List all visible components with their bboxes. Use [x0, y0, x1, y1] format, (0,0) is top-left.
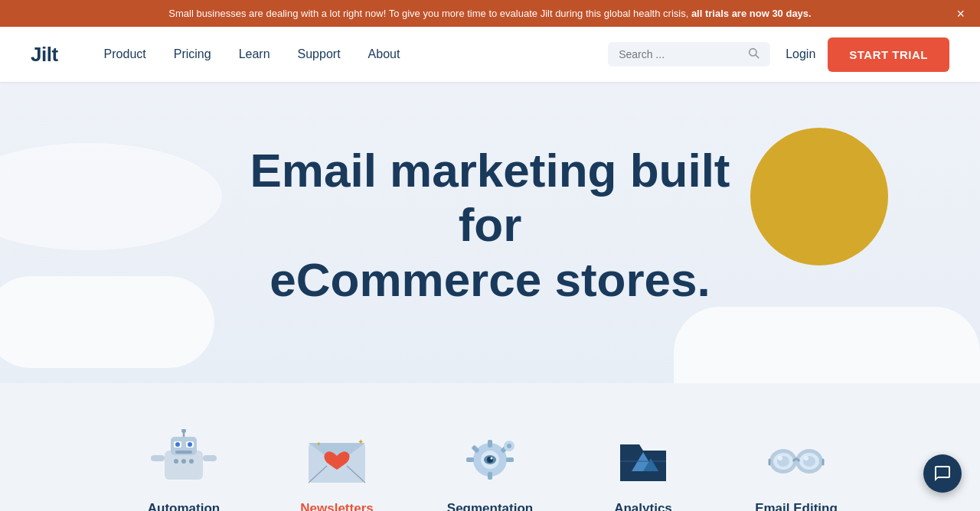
automation-label: Automation: [148, 501, 220, 511]
search-icon: [747, 47, 760, 62]
svg-point-47: [804, 456, 808, 461]
svg-text:✦: ✦: [316, 441, 322, 448]
automation-icon: [145, 429, 222, 490]
nav-pricing[interactable]: Pricing: [174, 47, 211, 61]
newsletters-icon: ✦ ✦: [299, 429, 375, 490]
segmentation-icon: [452, 429, 528, 490]
svg-text:✦: ✦: [358, 438, 364, 446]
feature-newsletters: ✦ ✦ Newsletters learn more: [283, 429, 390, 511]
nav-about[interactable]: About: [368, 47, 400, 61]
feature-automation: Automation learn more: [130, 429, 237, 511]
svg-rect-26: [466, 457, 474, 462]
nav-learn[interactable]: Learn: [239, 47, 270, 61]
nav-product[interactable]: Product: [104, 47, 146, 61]
logo[interactable]: Jilt: [31, 43, 58, 67]
search-container: [608, 42, 770, 67]
svg-point-5: [181, 429, 186, 433]
svg-point-9: [188, 442, 192, 447]
feature-email-editing: Email Editing learn more: [743, 429, 850, 511]
svg-line-1: [756, 55, 759, 58]
deco-cloud-left: [0, 276, 214, 368]
deco-oval: [0, 143, 222, 250]
feature-segmentation: Segmentation learn more: [436, 429, 544, 511]
svg-point-8: [175, 442, 180, 447]
svg-rect-25: [488, 472, 492, 480]
banner-text: Small businesses are dealing with a lot …: [168, 8, 811, 19]
logo-text: Jilt: [31, 43, 58, 67]
svg-rect-24: [488, 440, 492, 448]
search-input[interactable]: [619, 48, 741, 60]
analytics-label: Analytics: [614, 501, 672, 511]
hero-title: Email marketing built for eCommerce stor…: [222, 143, 758, 307]
svg-point-15: [189, 459, 194, 464]
svg-rect-11: [151, 455, 165, 461]
chat-button[interactable]: [923, 454, 962, 493]
login-link[interactable]: Login: [786, 47, 815, 61]
svg-point-46: [778, 456, 782, 461]
svg-point-34: [507, 444, 511, 448]
feature-analytics: Analytics learn more: [590, 429, 697, 511]
start-trial-button[interactable]: START TRIAL: [828, 37, 949, 72]
newsletters-label: Newsletters: [300, 501, 373, 511]
hero-section: Email marketing built for eCommerce stor…: [0, 82, 980, 383]
features-section: Automation learn more ✦ ✦: [0, 383, 980, 511]
deco-gold-circle: [750, 128, 888, 265]
svg-point-13: [174, 459, 178, 464]
nav-support[interactable]: Support: [298, 47, 341, 61]
announcement-banner: Small businesses are dealing with a lot …: [0, 0, 980, 27]
nav-links: Product Pricing Learn Support About: [104, 47, 593, 61]
email-editing-icon: [758, 429, 835, 490]
segmentation-label: Segmentation: [447, 501, 533, 511]
svg-rect-27: [506, 457, 514, 462]
banner-close-button[interactable]: ×: [956, 5, 965, 21]
email-editing-label: Email Editing: [755, 501, 838, 511]
analytics-icon: [605, 429, 681, 490]
features-grid: Automation learn more ✦ ✦: [69, 429, 911, 511]
deco-cloud-right: [674, 307, 980, 383]
svg-point-14: [181, 459, 186, 464]
svg-rect-10: [175, 451, 192, 454]
svg-point-32: [491, 457, 493, 459]
main-nav: Jilt Product Pricing Learn Support About…: [0, 27, 980, 82]
svg-rect-12: [203, 455, 217, 461]
